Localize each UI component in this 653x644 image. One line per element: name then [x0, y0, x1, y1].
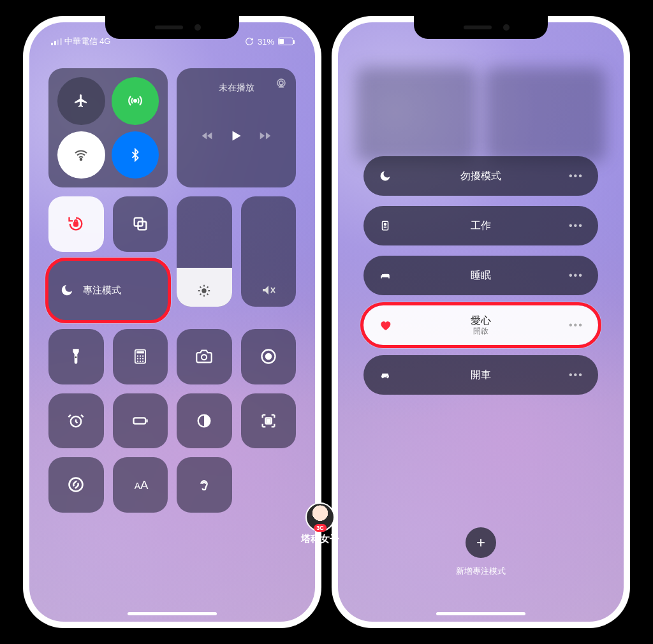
wifi-icon: [73, 147, 89, 163]
status-right: 31%: [245, 35, 293, 48]
svg-point-0: [134, 99, 136, 102]
forward-icon[interactable]: [258, 129, 272, 143]
mute-icon: [261, 282, 276, 298]
bed-icon: [378, 270, 393, 281]
phone-control-center: 中華電信 4G 31%: [23, 16, 321, 628]
svg-point-16: [142, 358, 143, 360]
more-icon[interactable]: •••: [569, 170, 584, 182]
home-indicator[interactable]: [128, 612, 217, 615]
focus-label: 開車: [393, 369, 569, 381]
svg-point-28: [70, 478, 83, 492]
focus-row-sleep[interactable]: 睡眠 •••: [363, 256, 598, 295]
shazam-button[interactable]: [48, 457, 104, 513]
focus-label: 愛心: [393, 314, 569, 326]
calculator-button[interactable]: [113, 329, 168, 384]
heart-icon: [378, 319, 393, 332]
moon-icon: [60, 283, 74, 297]
focus-row-dnd[interactable]: 勿擾模式 •••: [363, 156, 598, 196]
bluetooth-icon: [128, 148, 142, 162]
watermark-text: 塔科女子: [301, 533, 339, 545]
airplane-toggle[interactable]: [57, 77, 105, 125]
record-icon: [260, 348, 277, 365]
more-icon[interactable]: •••: [569, 220, 584, 231]
mirroring-icon: [131, 215, 149, 233]
focus-row-love[interactable]: 愛心 開啟 •••: [363, 305, 598, 345]
svg-point-1: [80, 158, 82, 160]
focus-row-drive[interactable]: 開車 •••: [363, 355, 598, 395]
svg-text:A: A: [140, 478, 149, 492]
focus-row-work[interactable]: 工作 •••: [363, 206, 598, 245]
volume-slider[interactable]: [241, 196, 297, 307]
focus-label: 勿擾模式: [393, 170, 569, 182]
car-icon: [378, 369, 393, 381]
svg-point-33: [382, 274, 384, 276]
low-power-button[interactable]: [113, 393, 168, 449]
add-focus-button[interactable]: +: [466, 527, 496, 558]
notch: [105, 16, 239, 39]
more-icon[interactable]: •••: [569, 270, 584, 281]
dark-mode-button[interactable]: [177, 393, 232, 449]
rewind-icon[interactable]: [200, 129, 214, 143]
svg-point-13: [142, 356, 143, 357]
wifi-toggle[interactable]: [57, 131, 105, 179]
flashlight-button[interactable]: [48, 329, 104, 384]
control-center: 未在播放: [48, 68, 296, 513]
status-left: 中華電信 4G: [51, 35, 110, 48]
qr-icon: [260, 412, 277, 430]
svg-point-19: [142, 361, 143, 362]
svg-point-18: [140, 361, 141, 362]
svg-point-20: [202, 355, 207, 360]
camera-button[interactable]: [177, 329, 232, 384]
cellular-icon: [128, 93, 143, 108]
battery-icon: [278, 38, 293, 45]
more-icon[interactable]: •••: [569, 369, 584, 381]
carrier-label: 中華電信 4G: [64, 36, 111, 47]
bluetooth-toggle[interactable]: [112, 131, 159, 179]
svg-point-7: [202, 288, 207, 293]
focus-label: 工作: [393, 219, 569, 231]
qr-scan-button[interactable]: [241, 393, 297, 449]
media-module[interactable]: 未在播放: [177, 68, 296, 187]
shazam-icon: [67, 476, 85, 494]
connectivity-module: [48, 68, 168, 187]
svg-point-12: [140, 356, 141, 357]
svg-point-11: [137, 356, 138, 357]
darkmode-icon: [195, 412, 213, 430]
media-title: 未在播放: [187, 82, 286, 94]
screen-mirroring-button[interactable]: [113, 196, 168, 252]
screen-record-button[interactable]: [241, 329, 297, 384]
orientation-lock-toggle[interactable]: [48, 196, 104, 252]
svg-point-32: [385, 223, 386, 225]
brightness-slider[interactable]: [177, 196, 232, 307]
signal-icon: [51, 38, 62, 45]
sync-icon: [245, 37, 254, 46]
airplay-icon: [275, 77, 287, 89]
svg-point-17: [137, 361, 138, 362]
svg-point-8: [75, 356, 77, 358]
media-controls: [187, 94, 286, 177]
svg-point-22: [265, 353, 272, 360]
control-center-screen: 中華電信 4G 31%: [29, 22, 315, 622]
battery-pct: 31%: [258, 37, 274, 47]
moon-icon: [378, 170, 393, 182]
focus-list-screen: 勿擾模式 ••• 工作 ••• 睡眠 •••: [338, 22, 624, 622]
cellular-toggle[interactable]: [112, 77, 159, 125]
focus-mode-button[interactable]: 專注模式: [48, 261, 168, 321]
home-indicator[interactable]: [436, 612, 525, 615]
add-focus-section: + 新增專注模式: [338, 527, 624, 577]
camera-icon: [195, 348, 213, 365]
svg-rect-27: [267, 419, 270, 422]
alarm-button[interactable]: [48, 393, 104, 449]
play-icon[interactable]: [228, 128, 244, 144]
alarm-icon: [67, 412, 85, 430]
battery-saver-icon: [131, 412, 149, 430]
text-size-icon: AA: [131, 476, 149, 494]
more-icon[interactable]: •••: [569, 319, 584, 331]
flashlight-icon: [67, 348, 85, 365]
calculator-icon: [131, 348, 149, 365]
notch: [414, 16, 548, 39]
badge-icon: [378, 219, 393, 232]
hearing-button[interactable]: [177, 457, 232, 513]
focus-mode-label: 專注模式: [83, 284, 121, 296]
text-size-button[interactable]: AA: [113, 457, 168, 513]
